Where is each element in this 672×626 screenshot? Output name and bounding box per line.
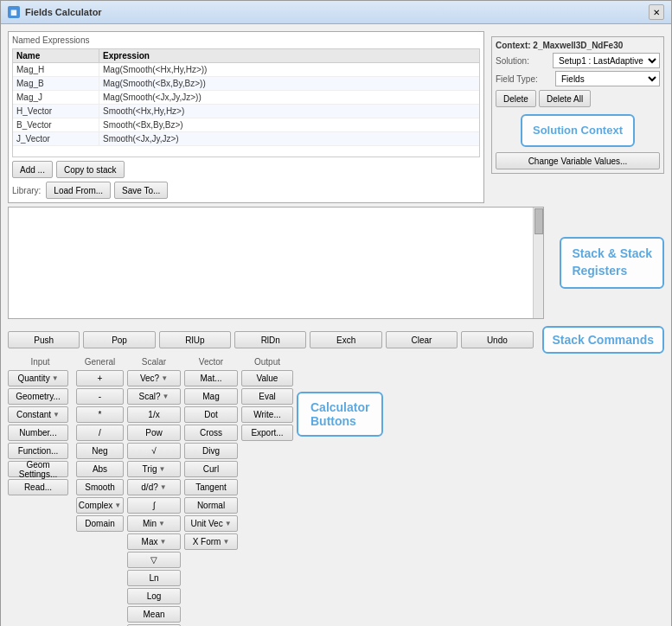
stack-scrollbar[interactable]: [533, 208, 543, 318]
save-to-button[interactable]: Save To...: [114, 182, 168, 199]
left-panel: Named Expressions Name Expression Mag_H …: [8, 31, 484, 203]
row-expr: Mag(Smooth(<Hx,Hy,Hz>)): [99, 63, 479, 76]
table-row[interactable]: Mag_B Mag(Smooth(<Bx,By,Bz>)): [13, 77, 479, 91]
write-button[interactable]: Write...: [241, 406, 293, 423]
exch-button[interactable]: Exch: [310, 331, 381, 348]
table-row[interactable]: H_Vector Smooth(<Hx,Hy,Hz>): [13, 105, 479, 118]
table-row[interactable]: Mag_J Mag(Smooth(<Jx,Jy,Jz>)): [13, 91, 479, 105]
push-button[interactable]: Push: [8, 331, 80, 348]
geom-settings-button[interactable]: Geom Settings...: [8, 461, 68, 477]
read-button[interactable]: Read...: [8, 479, 68, 495]
export-button[interactable]: Export...: [241, 425, 293, 441]
input-header: Input: [8, 357, 73, 367]
table-row[interactable]: B_Vector Smooth(<Bx,By,Bz>): [13, 118, 479, 132]
window-title: Fields Calculator: [25, 7, 102, 17]
one-over-x-button[interactable]: 1/x: [127, 406, 181, 423]
copy-to-stack-button[interactable]: Copy to stack: [56, 161, 125, 178]
scal-button[interactable]: Scal? ▼: [127, 388, 181, 405]
stack-annotation-container: Stack & StackRegisters: [551, 207, 664, 319]
value-button[interactable]: Value: [241, 370, 293, 386]
delete-all-button[interactable]: Delete All: [539, 90, 591, 107]
panel-title: Named Expressions: [12, 35, 480, 45]
stack-commands-row: Push Pop RlUp RlDn Exch Clear Undo Stack…: [8, 326, 664, 354]
domain-button[interactable]: Domain: [76, 515, 124, 532]
col-header-expression: Expression: [99, 49, 479, 62]
quantity-button[interactable]: Quantity ▼: [8, 370, 68, 386]
field-type-dropdown[interactable]: Fields: [555, 71, 660, 86]
max-button[interactable]: Max ▼: [127, 533, 181, 550]
abs-button[interactable]: Abs: [76, 461, 124, 477]
subtract-op-button[interactable]: -: [76, 388, 124, 405]
function-button[interactable]: Function...: [8, 443, 68, 459]
unit-vec-button[interactable]: Unit Vec ▼: [184, 515, 238, 532]
close-button[interactable]: ✕: [649, 4, 664, 20]
solution-dropdown[interactable]: Setup1 : LastAdaptive: [553, 53, 660, 68]
load-from-button[interactable]: Load From...: [46, 182, 111, 199]
general-column: General + - * / Neg Abs Smooth Complex ▼…: [76, 357, 124, 532]
mag-button[interactable]: Mag: [184, 388, 238, 405]
calc-annotation-container: CalculatorButtons: [297, 357, 383, 437]
title-bar-left: ▦ Fields Calculator: [8, 6, 102, 18]
general-header: General: [76, 357, 124, 367]
row-name: J_Vector: [13, 132, 99, 145]
row-expr: Smooth(<Bx,By,Bz>): [99, 118, 479, 131]
context-panel: Context: 2_Maxwell3D_NdFe30 Solution: Se…: [491, 36, 664, 174]
add-op-button[interactable]: +: [76, 370, 124, 386]
btn-panel: Add ... Copy to stack: [12, 161, 480, 178]
vec-button[interactable]: Vec? ▼: [127, 370, 181, 386]
context-title: Context: 2_Maxwell3D_NdFe30: [496, 41, 660, 50]
number-button[interactable]: Number...: [8, 425, 68, 441]
input-column: Input Quantity ▼ Geometry... Constant ▼ …: [8, 357, 73, 495]
library-row: Library: Load From... Save To...: [12, 182, 480, 199]
right-top-panel: NamedExpressions Context: 2_Maxwell3D_Nd…: [491, 31, 664, 203]
min-button[interactable]: Min ▼: [127, 515, 181, 532]
divide-op-button[interactable]: /: [76, 425, 124, 441]
dod-button[interactable]: d/d? ▼: [127, 479, 181, 495]
stack-area-row: Stack & StackRegisters: [8, 207, 664, 323]
curl-button[interactable]: Curl: [184, 461, 238, 477]
complex-button[interactable]: Complex ▼: [76, 497, 124, 514]
pow-button[interactable]: Pow: [127, 425, 181, 441]
delete-button[interactable]: Delete: [496, 90, 536, 107]
vector-column: Vector Mat... Mag Dot Cross Divg Curl Ta…: [184, 357, 238, 550]
constant-button[interactable]: Constant ▼: [8, 406, 68, 423]
eval-button[interactable]: Eval: [241, 388, 293, 405]
mean-button[interactable]: Mean: [127, 606, 181, 623]
solution-context-annotation: Solution Context: [521, 114, 635, 147]
smooth-button[interactable]: Smooth: [76, 479, 124, 495]
clear-button[interactable]: Clear: [386, 331, 458, 348]
pop-button[interactable]: Pop: [83, 331, 155, 348]
dot-button[interactable]: Dot: [184, 406, 238, 423]
gradient-button[interactable]: ▽: [127, 552, 181, 568]
cross-button[interactable]: Cross: [184, 425, 238, 441]
undo-button[interactable]: Undo: [461, 331, 533, 348]
sqrt-button[interactable]: √: [127, 443, 181, 459]
solution-row: Solution: Setup1 : LastAdaptive: [496, 53, 660, 68]
row-name: Mag_B: [13, 77, 99, 90]
integral-button[interactable]: ∫: [127, 497, 181, 514]
rlup-button[interactable]: RlUp: [159, 331, 231, 348]
calculator-buttons-annotation: CalculatorButtons: [297, 392, 383, 437]
tangent-button[interactable]: Tangent: [184, 479, 238, 495]
main-content: Named Expressions Name Expression Mag_H …: [1, 24, 671, 626]
ln-button[interactable]: Ln: [127, 570, 181, 586]
row-expr: Smooth(<Jx,Jy,Jz>): [99, 132, 479, 145]
change-variable-button[interactable]: Change Variable Values...: [496, 152, 660, 169]
solution-label: Solution:: [496, 56, 549, 66]
trig-button[interactable]: Trig ▼: [127, 461, 181, 477]
table-row[interactable]: J_Vector Smooth(<Jx,Jy,Jz>): [13, 132, 479, 146]
row-name: Mag_J: [13, 91, 99, 104]
neg-button[interactable]: Neg: [76, 443, 124, 459]
delete-buttons-row: Delete Delete All: [496, 90, 660, 107]
normal-button[interactable]: Normal: [184, 497, 238, 514]
table-row[interactable]: Mag_H Mag(Smooth(<Hx,Hy,Hz>)): [13, 63, 479, 77]
mat-button[interactable]: Mat...: [184, 370, 238, 386]
xform-button[interactable]: X Form ▼: [184, 533, 238, 550]
multiply-op-button[interactable]: *: [76, 406, 124, 423]
divg-button[interactable]: Divg: [184, 443, 238, 459]
add-button[interactable]: Add ...: [12, 161, 53, 178]
vector-header: Vector: [184, 357, 238, 367]
geometry-button[interactable]: Geometry...: [8, 388, 68, 405]
log-button[interactable]: Log: [127, 588, 181, 604]
rldn-button[interactable]: RlDn: [234, 331, 306, 348]
